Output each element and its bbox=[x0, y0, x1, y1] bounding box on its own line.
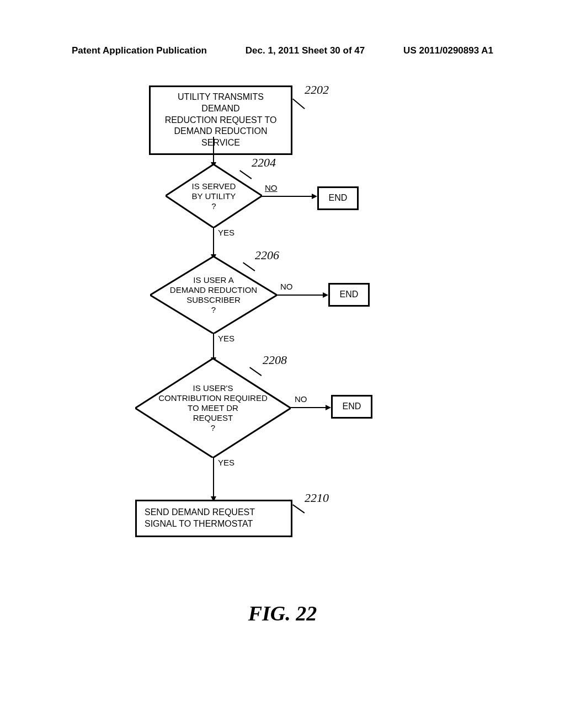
process-box-final: SEND DEMAND REQUEST SIGNAL TO THERMOSTAT bbox=[135, 500, 292, 537]
arrow-head bbox=[323, 292, 328, 298]
arrow-line bbox=[213, 228, 214, 255]
no-label-1: NO bbox=[265, 183, 278, 192]
ref-2206: 2206 bbox=[255, 248, 279, 263]
final-text: SEND DEMAND REQUEST SIGNAL TO THERMOSTAT bbox=[145, 507, 255, 528]
d2-text: IS USER A DEMAND REDUCTION SUBSCRIBER ? bbox=[170, 275, 257, 315]
no-label-3: NO bbox=[295, 394, 307, 404]
arrow-line bbox=[262, 196, 315, 197]
d3-text: IS USER'S CONTRIBUTION REQUIRED TO MEET … bbox=[158, 383, 268, 433]
yes-label-2: YES bbox=[218, 334, 234, 343]
arrow-line bbox=[291, 407, 328, 408]
process-box-start: UTILITY TRANSMITS DEMAND REDUCTION REQUE… bbox=[149, 85, 292, 155]
figure-label: FIG. 22 bbox=[0, 601, 565, 625]
arrow-head bbox=[326, 405, 331, 410]
header-left: Patent Application Publication bbox=[72, 45, 207, 56]
end2-text: END bbox=[340, 290, 359, 299]
arrow-line bbox=[213, 458, 214, 497]
end3-text: END bbox=[343, 402, 361, 411]
arrow-line bbox=[213, 334, 214, 358]
arrow-head bbox=[312, 194, 317, 199]
yes-label-1: YES bbox=[218, 228, 234, 237]
start-text: UTILITY TRANSMITS DEMAND REDUCTION REQUE… bbox=[165, 92, 277, 147]
header-right: US 2011/0290893 A1 bbox=[403, 45, 493, 56]
ref-2204: 2204 bbox=[252, 156, 276, 170]
header-center: Dec. 1, 2011 Sheet 30 of 47 bbox=[246, 45, 365, 56]
ref-2210: 2210 bbox=[305, 491, 329, 505]
arrow-line bbox=[213, 137, 214, 163]
end-box-1: END bbox=[317, 186, 359, 210]
end1-text: END bbox=[329, 193, 348, 202]
d1-text: IS SERVED BY UTILITY ? bbox=[192, 181, 236, 211]
ref-2202: 2202 bbox=[305, 83, 329, 97]
ref-2208: 2208 bbox=[263, 353, 287, 367]
no-label-2: NO bbox=[280, 282, 293, 291]
decision-user-subscriber: IS USER A DEMAND REDUCTION SUBSCRIBER ? bbox=[150, 256, 277, 334]
arrow-line bbox=[277, 295, 326, 296]
page-header: Patent Application Publication Dec. 1, 2… bbox=[0, 45, 565, 56]
end-box-3: END bbox=[331, 395, 372, 419]
yes-label-3: YES bbox=[218, 458, 234, 467]
end-box-2: END bbox=[328, 283, 370, 307]
leader-2210 bbox=[292, 504, 305, 513]
leader-2202 bbox=[292, 98, 305, 109]
decision-contribution-required: IS USER'S CONTRIBUTION REQUIRED TO MEET … bbox=[135, 358, 291, 458]
decision-served-by-utility: IS SERVED BY UTILITY ? bbox=[166, 164, 262, 228]
